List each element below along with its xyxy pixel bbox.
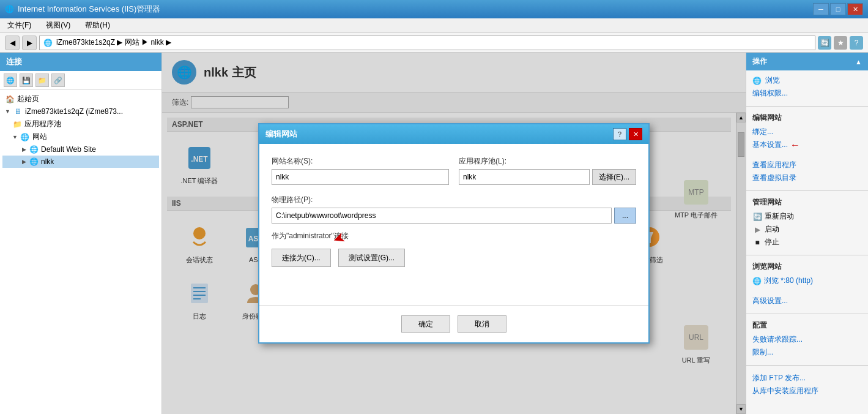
star-icon[interactable]: ★ (834, 36, 847, 50)
browse-http-icon: 🌐 (752, 277, 762, 285)
app-pool-field: 应用程序池(L): 选择(E)... (459, 156, 636, 185)
site-name-field: 网站名称(S): (272, 156, 449, 185)
right-section-browse: 🌐 浏览 编辑权限... (746, 70, 868, 104)
back-button[interactable]: ◀ (5, 36, 20, 50)
divider-1 (746, 106, 868, 107)
browse-http-row: 🌐 浏览 *:80 (http) (752, 274, 862, 287)
browse-http-link[interactable]: 浏览 *:80 (http) (764, 274, 813, 287)
dialog-footer: 确定 取消 (259, 305, 648, 342)
dialog-help-button[interactable]: ? (613, 128, 626, 140)
tree-item-server[interactable]: ▼ 🖥 iZme873kte1s2qZ (iZme873... (2, 105, 159, 118)
right-section-edit-site: 编辑网站 绑定... 基本设置... ← (746, 109, 868, 155)
sidebar-btn-file[interactable]: 📁 (35, 73, 49, 87)
help-icon[interactable]: ? (850, 36, 863, 50)
menu-help[interactable]: 帮助(H) (83, 19, 113, 32)
restart-btn[interactable]: 🔄 重新启动 (752, 210, 862, 223)
browse-site-title: 浏览网站 (752, 262, 862, 272)
menu-view[interactable]: 视图(V) (43, 19, 73, 32)
right-section-advanced: 高级设置... (746, 291, 868, 311)
app-icon: 🌐 (5, 5, 14, 13)
left-sidebar: 连接 🌐 💾 📁 🔗 🏠 起始页 ▼ 🖥 iZme873kte1s2qZ (iZ… (0, 53, 162, 414)
config-title: 配置 (752, 320, 862, 331)
tree-item-default[interactable]: ▶ 🌐 Default Web Site (2, 143, 159, 156)
edit-permissions-link[interactable]: 编辑权限... (752, 87, 862, 100)
add-ftp-link[interactable]: 添加 FTP 发布... (752, 372, 862, 385)
sidebar-btn-connect[interactable]: 🔗 (51, 73, 65, 87)
main-layout: 连接 🌐 💾 📁 🔗 🏠 起始页 ▼ 🖥 iZme873kte1s2qZ (iZ… (0, 53, 868, 414)
dialog-title: 编辑网站 (265, 129, 297, 140)
expand-arrow-server: ▼ (5, 108, 10, 115)
phys-path-label: 物理路径(P): (272, 195, 636, 205)
minimize-button[interactable]: ─ (813, 3, 829, 15)
tree-item-nlkk[interactable]: ▶ 🌐 nlkk (2, 156, 159, 168)
menu-file[interactable]: 文件(F) (5, 19, 34, 32)
close-button[interactable]: ✕ (847, 3, 863, 15)
address-icons: 🔄 ★ ? (818, 36, 863, 50)
manage-site-title: 管理网站 (752, 197, 862, 208)
view-vdirs-link[interactable]: 查看虚拟目录 (752, 171, 862, 184)
connect-as-button[interactable]: 连接为(C)... (272, 249, 331, 267)
sidebar-btn-save[interactable]: 💾 (20, 73, 33, 87)
app-pool-input[interactable] (459, 169, 590, 185)
server-icon: 🖥 (13, 107, 23, 116)
sidebar-header: 连接 (0, 53, 161, 71)
maximize-button[interactable]: □ (830, 3, 846, 15)
bindings-link[interactable]: 绑定... (752, 126, 862, 138)
right-section-view: 查看应用程序 查看虚拟目录 (746, 155, 868, 188)
title-bar-controls: ─ □ ✕ (813, 3, 863, 15)
forward-button[interactable]: ▶ (22, 36, 37, 50)
basic-settings-row: 基本设置... ← (752, 138, 862, 151)
collapse-button[interactable]: ▲ (855, 58, 862, 66)
divider-2 (746, 190, 868, 191)
restart-icon: 🔄 (752, 212, 762, 222)
address-path: 🌐 iZme873kte1s2qZ ▶ 网站 ▶ nlkk ▶ (39, 36, 815, 50)
phys-path-input[interactable] (272, 208, 612, 224)
browse-link[interactable]: 🌐 浏览 (752, 74, 862, 87)
dialog-overlay: 编辑网站 ? ✕ 网站名称(S): 应用程序池(L): (162, 53, 746, 414)
stop-btn[interactable]: ■ 停止 (752, 236, 862, 249)
browse-icon: 🌐 (752, 77, 762, 85)
right-section-ftp: 添加 FTP 发布... 从库中安装应用程序 (746, 368, 868, 401)
tree-item-apppool[interactable]: 📁 应用程序池 (2, 118, 159, 130)
arrow-annotation-1: ← (790, 140, 800, 151)
app-pool-label: 应用程序池(L): (459, 156, 636, 167)
sidebar-tree: 🏠 起始页 ▼ 🖥 iZme873kte1s2qZ (iZme873... 📁 … (0, 90, 161, 414)
stop-label: 停止 (765, 237, 779, 247)
site-name-input[interactable] (272, 169, 449, 185)
ok-button[interactable]: 确定 (401, 315, 450, 333)
home-icon: 🏠 (5, 94, 15, 104)
center-content: 🌐 nlkk 主页 筛选: ASP.NET .NET (162, 53, 746, 414)
select-pool-button[interactable]: 选择(E)... (592, 169, 636, 185)
dialog-close-button[interactable]: ✕ (629, 128, 642, 140)
view-apps-link[interactable]: 查看应用程序 (752, 159, 862, 171)
sidebar-toolbar: 🌐 💾 📁 🔗 (0, 71, 161, 90)
tree-label-apppool: 应用程序池 (24, 119, 61, 129)
cancel-button[interactable]: 取消 (458, 315, 506, 333)
limits-link[interactable]: 限制... (752, 346, 862, 359)
nlkk-icon: 🌐 (29, 157, 39, 167)
tree-label-default: Default Web Site (41, 145, 96, 154)
failed-req-link[interactable]: 失败请求跟踪... (752, 333, 862, 346)
dialog-titlebar: 编辑网站 ? ✕ (259, 124, 648, 144)
dialog-controls: ? ✕ (613, 128, 642, 140)
expand-arrow-default: ▶ (22, 146, 26, 152)
basic-settings-link[interactable]: 基本设置... (752, 138, 788, 151)
advanced-settings-link[interactable]: 高级设置... (752, 295, 862, 307)
tree-label-sites: 网站 (32, 132, 47, 142)
title-bar-title: Internet Information Services (IIS)管理器 (18, 4, 160, 15)
sidebar-btn-refresh[interactable]: 🌐 (4, 73, 17, 87)
address-text: iZme873kte1s2qZ ▶ 网站 ▶ nlkk ▶ (56, 37, 171, 48)
browse-label: 浏览 (765, 75, 780, 86)
tree-item-sites[interactable]: ▼ 🌐 网站 (2, 130, 159, 143)
start-btn[interactable]: ▶ 启动 (752, 223, 862, 236)
title-bar-left: 🌐 Internet Information Services (IIS)管理器 (5, 4, 160, 15)
right-section-config: 配置 失败请求跟踪... 限制... (746, 317, 868, 363)
install-from-gallery-link[interactable]: 从库中安装应用程序 (752, 385, 862, 397)
refresh-icon[interactable]: 🔄 (818, 36, 831, 50)
divider-5 (746, 365, 868, 366)
tree-label-nlkk: nlkk (41, 157, 54, 166)
tree-item-home[interactable]: 🏠 起始页 (2, 92, 159, 105)
test-settings-button[interactable]: 测试设置(G)... (338, 249, 405, 267)
edit-website-dialog: 编辑网站 ? ✕ 网站名称(S): 应用程序池(L): (258, 123, 650, 344)
browse-button[interactable]: ... (614, 208, 636, 224)
